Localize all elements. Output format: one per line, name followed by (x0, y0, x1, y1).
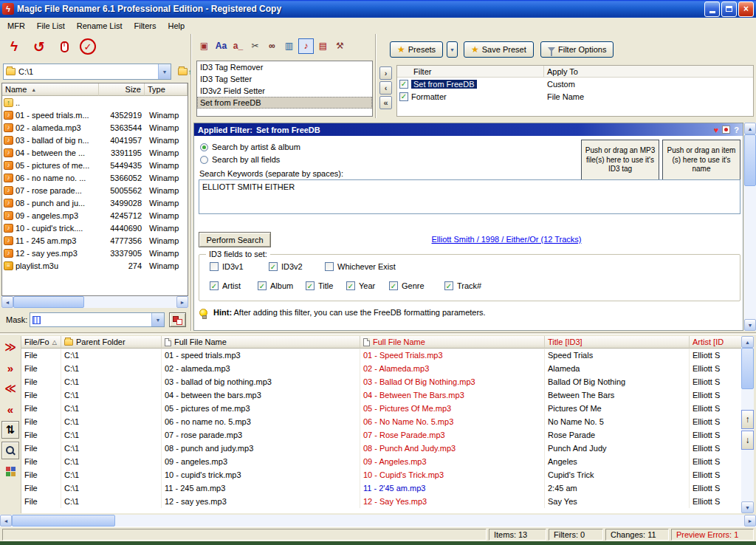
radio-search-by-artist-album[interactable]: Search by artist & album (200, 143, 300, 151)
preview-row[interactable]: File C:\1 11 - 245 am.mp3 11 - 2'45 am.m… (21, 481, 741, 495)
palette-item-set-from-freedb[interactable]: Set from FreeDB (197, 97, 372, 109)
preview-row[interactable]: File C:\1 03 - ballad of big nothing.mp3… (21, 375, 741, 388)
scroll-right-icon[interactable]: ► (176, 296, 188, 308)
drop-item-zone[interactable]: Push or drag an item (s) here to use it'… (662, 140, 740, 181)
drop-mp3-zone[interactable]: Push or drag an MP3 file(s) here to use … (581, 140, 659, 181)
preview-hscrollbar[interactable]: ◄ ► (0, 515, 756, 527)
mask-apply-button[interactable] (169, 312, 186, 327)
column-file-folder[interactable]: File/Fo△ (21, 336, 61, 349)
preview-row[interactable]: File C:\1 07 - rose parade.mp3 07 - Rose… (21, 428, 741, 442)
checkbox-formatter[interactable]: ✓ (399, 92, 408, 101)
undo-icon[interactable]: ↺ (30, 37, 49, 56)
column-artist-id3[interactable]: Artist [ID (690, 336, 741, 349)
rename-grid-icon[interactable] (1, 462, 19, 480)
checkbox-title[interactable]: ✓ Title (306, 281, 333, 290)
column-new-file-name[interactable]: Full File Name (360, 336, 545, 349)
scroll-up-icon[interactable]: ▲ (744, 123, 756, 134)
file-row[interactable]: ♪04 - between the ... 3391195 Winamp (2, 146, 188, 159)
move-all-left-button[interactable]: « (379, 96, 392, 109)
path-dropdown-arrow[interactable]: ▼ (158, 64, 171, 79)
help-icon[interactable]: ? (734, 126, 739, 134)
scroll-left-icon[interactable]: ◄ (1, 296, 13, 308)
perform-search-button[interactable]: Perform Search (199, 232, 271, 247)
run-filters-icon[interactable]: ϟ (4, 37, 24, 56)
font-case-icon[interactable]: Aa (213, 38, 229, 54)
checkbox-genre[interactable]: ✓ Genre (389, 281, 425, 290)
menu-mfr[interactable]: MFR (1, 19, 31, 32)
scroll-thumb[interactable] (13, 296, 84, 308)
move-left-button[interactable]: ‹ (379, 81, 392, 95)
revert-icon[interactable]: ≪ (1, 380, 19, 397)
file-row[interactable]: ↑.. (2, 96, 188, 109)
applied-filter-vscrollbar[interactable]: ▲ ▼ (744, 123, 756, 331)
active-filter-row[interactable]: ✓ Set from FreeDB Custom (397, 78, 753, 90)
save-preset-button[interactable]: ★ Save Preset (464, 41, 534, 58)
column-title-id3[interactable]: Title [ID3] (545, 336, 690, 349)
presets-button[interactable]: ★ Presets (390, 41, 443, 58)
menu-rename-list[interactable]: Rename List (71, 19, 128, 32)
preview-row[interactable]: File C:\1 05 - pictures of me.mp3 05 - P… (21, 402, 741, 415)
apply-to-list-icon[interactable]: ≫ (1, 338, 19, 356)
file-row[interactable]: ♪12 - say yes.mp3 3337905 Winamp (2, 247, 188, 259)
close-button[interactable]: × (738, 1, 754, 17)
binoculars-icon[interactable]: ∞ (264, 38, 280, 54)
freedb-result-link[interactable]: Elliott Smith / 1998 / Either/Or (12 Tra… (396, 235, 617, 244)
tag-frame-icon[interactable]: ▣ (196, 38, 212, 54)
column-parent-folder[interactable]: Parent Folder (61, 336, 162, 349)
music-note-icon[interactable]: ♪ (298, 38, 314, 54)
tools-icon[interactable]: ⚒ (332, 38, 348, 54)
minimize-button[interactable] (704, 1, 720, 17)
path-combobox[interactable]: C:\1 ▼ (3, 64, 171, 80)
scroll-down-icon[interactable]: ▼ (741, 501, 754, 513)
scissors-icon[interactable]: ✂ (247, 38, 263, 54)
preview-row[interactable]: File C:\1 04 - between the bars.mp3 04 -… (21, 388, 741, 402)
checkbox-set-from-freedb[interactable]: ✓ (399, 80, 408, 89)
column-full-file-name[interactable]: Full File Name (162, 336, 360, 349)
column-apply-to[interactable]: Apply To (543, 66, 753, 77)
underscore-icon[interactable]: a_ (230, 38, 246, 54)
menu-help[interactable]: Help (162, 19, 190, 32)
scroll-up-icon[interactable]: ▲ (741, 336, 754, 348)
preview-row[interactable]: File C:\1 02 - alameda.mp3 02 - Alameda.… (21, 362, 741, 375)
checkbox-album[interactable]: ✓ Album (258, 281, 293, 290)
scroll-right-icon[interactable]: ► (744, 515, 756, 527)
pin-icon[interactable] (722, 126, 730, 134)
keywords-input[interactable]: ELLIOTT SMITH EITHER (199, 179, 740, 214)
file-list-hscrollbar[interactable]: ◄ ► (1, 296, 188, 308)
filter-options-button[interactable]: Filter Options (540, 41, 614, 58)
palette-item-id3-tag-setter[interactable]: ID3 Tag Setter (197, 73, 372, 85)
mask-combobox[interactable]: ▼ (30, 312, 165, 327)
file-row[interactable]: ♪01 - speed trials.m... 4352919 Winamp (2, 109, 188, 121)
move-down-button[interactable]: ↓ (741, 431, 754, 450)
revert-all-icon[interactable]: « (1, 400, 19, 418)
scroll-track[interactable] (12, 515, 744, 527)
palette-item-id3v2-field-setter[interactable]: ID3v2 Field Setter (197, 85, 372, 97)
scroll-left-icon[interactable]: ◄ (0, 515, 12, 527)
preview-row[interactable]: File C:\1 06 - no name no. 5.mp3 06 - No… (21, 415, 741, 428)
active-filter-row[interactable]: ✓ Formatter File Name (397, 90, 753, 103)
checkbox-artist[interactable]: ✓ Artist (210, 281, 241, 290)
file-row[interactable]: ♪07 - rose parade... 5005562 Winamp (2, 184, 188, 196)
preview-row[interactable]: File C:\1 09 - angeles.mp3 09 - Angeles.… (21, 455, 741, 468)
column-size[interactable]: Size (99, 83, 145, 96)
column-type[interactable]: Type (145, 83, 188, 96)
favorite-heart-icon[interactable]: ♥ (714, 126, 719, 134)
file-row[interactable]: ≡playlist.m3u 274 Winamp (2, 259, 188, 272)
magnifier-icon[interactable] (1, 442, 19, 459)
checkbox-year[interactable]: ✓ Year (346, 281, 375, 290)
scroll-down-icon[interactable]: ▼ (744, 319, 756, 331)
radio-search-by-all-fields[interactable]: Search by all fields (200, 155, 280, 164)
apply-all-icon[interactable]: » (1, 359, 19, 377)
restore-button[interactable] (721, 1, 737, 17)
presets-dropdown-button[interactable]: ▼ (447, 41, 458, 58)
move-up-button[interactable]: ↑ (741, 410, 754, 429)
preview-vscrollbar[interactable]: ▲ ↑ ↓ ▼ (741, 336, 754, 513)
swap-sort-icon[interactable]: ⇅ (1, 421, 19, 439)
scroll-thumb[interactable] (12, 515, 115, 527)
file-row[interactable]: ♪03 - ballad of big n... 4041957 Winamp (2, 134, 188, 146)
menu-file-list[interactable]: File List (31, 19, 71, 32)
scroll-track[interactable] (744, 134, 756, 319)
preview-row[interactable]: File C:\1 01 - speed trials.mp3 01 - Spe… (21, 349, 741, 362)
preview-row[interactable]: File C:\1 08 - punch and judy.mp3 08 - P… (21, 442, 741, 455)
move-right-button[interactable]: › (379, 66, 392, 80)
